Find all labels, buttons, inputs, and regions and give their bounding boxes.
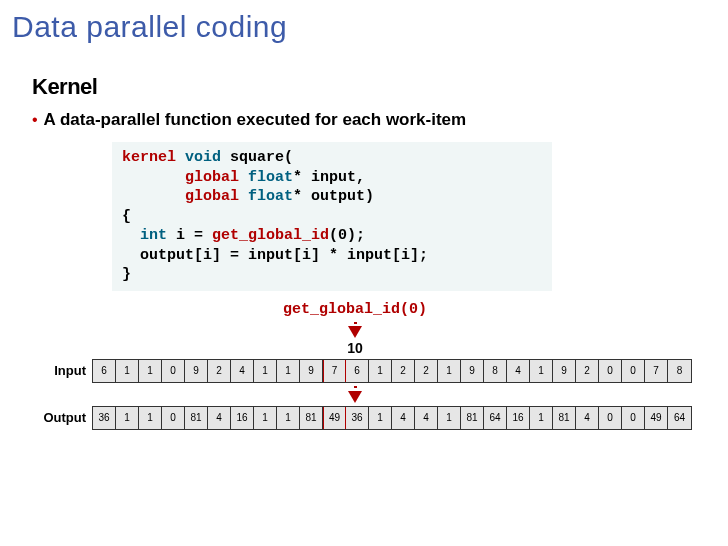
code-ty: float <box>239 169 293 186</box>
output-label: Output <box>42 410 92 425</box>
code-text: * input, <box>293 169 365 186</box>
array-cell: 1 <box>438 407 461 429</box>
array-cell: 0 <box>599 407 622 429</box>
array-cell: 36 <box>346 407 369 429</box>
array-cell: 7 <box>323 360 346 382</box>
array-cell: 1 <box>254 407 277 429</box>
array-cell: 1 <box>530 407 553 429</box>
output-cells: 36110814161181493614418164161814004964 <box>92 406 692 430</box>
array-cell: 9 <box>461 360 484 382</box>
array-cell: 49 <box>323 407 346 429</box>
arrow-down-icon <box>348 391 362 403</box>
arrow-stem-icon <box>354 322 357 324</box>
array-cell: 1 <box>277 360 300 382</box>
code-kw: kernel <box>122 149 176 166</box>
array-cell: 0 <box>162 407 185 429</box>
get-global-id-label: get_global_id(0) <box>18 301 692 318</box>
array-cell: 4 <box>415 407 438 429</box>
code-text: } <box>122 266 131 283</box>
code-text: (0); <box>329 227 365 244</box>
array-cell: 1 <box>369 407 392 429</box>
array-cell: 81 <box>461 407 484 429</box>
array-cell: 2 <box>392 360 415 382</box>
code-ty: int <box>122 227 167 244</box>
array-cell: 64 <box>484 407 507 429</box>
index-label: 10 <box>18 340 692 356</box>
array-cell: 1 <box>277 407 300 429</box>
input-cells: 61109241197612219841920078 <box>92 359 692 383</box>
code-kw: global <box>122 188 239 205</box>
bullet-item: • A data-parallel function executed for … <box>32 110 728 130</box>
array-cell: 81 <box>300 407 323 429</box>
code-text: * output) <box>293 188 374 205</box>
array-cell: 1 <box>139 407 162 429</box>
array-cell: 16 <box>507 407 530 429</box>
bullet-text: A data-parallel function executed for ea… <box>44 110 467 130</box>
code-text: { <box>122 208 131 225</box>
code-fn: get_global_id <box>212 227 329 244</box>
kernel-heading: Kernel <box>32 74 728 100</box>
code-text: output[i] = input[i] * input[i]; <box>122 247 428 264</box>
array-cell: 9 <box>185 360 208 382</box>
code-block: kernel void square( global float* input,… <box>112 142 552 291</box>
input-label: Input <box>42 363 92 378</box>
array-cell: 1 <box>369 360 392 382</box>
array-cell: 8 <box>668 360 691 382</box>
array-cell: 2 <box>576 360 599 382</box>
array-cell: 0 <box>622 407 645 429</box>
array-cell: 7 <box>645 360 668 382</box>
array-cell: 0 <box>622 360 645 382</box>
code-kw: global <box>122 169 239 186</box>
code-text: square( <box>221 149 293 166</box>
array-cell: 2 <box>415 360 438 382</box>
array-cell: 49 <box>645 407 668 429</box>
array-cell: 81 <box>553 407 576 429</box>
array-cell: 64 <box>668 407 691 429</box>
code-ty: float <box>239 188 293 205</box>
slide-title: Data parallel coding <box>0 0 728 44</box>
array-cell: 81 <box>185 407 208 429</box>
array-cell: 4 <box>231 360 254 382</box>
array-cell: 6 <box>93 360 116 382</box>
array-cell: 6 <box>346 360 369 382</box>
array-cell: 9 <box>300 360 323 382</box>
array-cell: 4 <box>507 360 530 382</box>
array-cell: 1 <box>139 360 162 382</box>
output-row: Output 361108141611814936144181641618140… <box>42 406 692 430</box>
array-cell: 2 <box>208 360 231 382</box>
bullet-dot-icon: • <box>32 112 38 128</box>
array-cell: 1 <box>116 407 139 429</box>
content-area: Kernel • A data-parallel function execut… <box>0 44 728 430</box>
array-cell: 1 <box>530 360 553 382</box>
array-cell: 9 <box>553 360 576 382</box>
array-cell: 16 <box>231 407 254 429</box>
array-cell: 1 <box>438 360 461 382</box>
array-cell: 4 <box>208 407 231 429</box>
array-cell: 36 <box>93 407 116 429</box>
code-ty: void <box>176 149 221 166</box>
array-cell: 8 <box>484 360 507 382</box>
array-cell: 1 <box>116 360 139 382</box>
diagram: get_global_id(0) 10 Input 61109241197612… <box>42 301 692 430</box>
array-cell: 0 <box>599 360 622 382</box>
arrow-down-icon <box>348 326 362 338</box>
array-cell: 4 <box>392 407 415 429</box>
array-cell: 1 <box>254 360 277 382</box>
input-row: Input 61109241197612219841920078 <box>42 359 692 383</box>
code-text: i = <box>167 227 212 244</box>
arrow-stem-icon <box>354 386 357 388</box>
array-cell: 0 <box>162 360 185 382</box>
array-cell: 4 <box>576 407 599 429</box>
